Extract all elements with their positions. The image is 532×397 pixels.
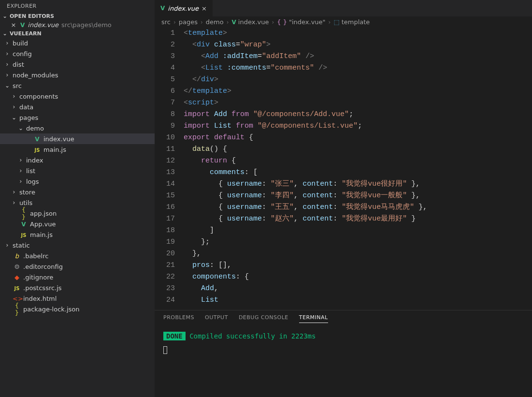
chevron-right-icon: › (4, 72, 11, 78)
git-icon: ◆ (13, 274, 21, 281)
breadcrumb-item[interactable]: src (161, 18, 171, 26)
tree-item-label: main.js (43, 146, 66, 153)
breadcrumb-item[interactable]: { }"index.vue" (277, 18, 325, 26)
chevron-right-icon: › (17, 178, 24, 185)
file-item[interactable]: JSmain.js (0, 144, 155, 155)
symbol-icon: ⬚ (333, 18, 339, 26)
tree-item-label: components (19, 93, 58, 100)
chevron-right-icon: › (11, 199, 17, 206)
folder-item[interactable]: ⌄src (0, 80, 155, 91)
babel-icon: b (13, 252, 21, 260)
tree-item-label: App.vue (30, 221, 56, 228)
folder-item[interactable]: ›index (0, 155, 155, 165)
bottom-panel: PROBLEMSOUTPUTDEBUG CONSOLETERMINAL DONE… (155, 310, 532, 397)
vue-icon: V (19, 221, 28, 228)
tree-item-label: app.json (30, 210, 57, 217)
editor-tab[interactable]: V index.vue × (155, 0, 213, 16)
open-editor-filename: index.vue (28, 21, 58, 29)
file-item[interactable]: { }package-lock.json (0, 304, 155, 314)
vue-icon: V (33, 135, 42, 143)
tab-filename: index.vue (168, 5, 199, 12)
file-item[interactable]: ⚙.editorconfig (0, 261, 155, 272)
explorer-title: EXPLORER (0, 0, 155, 12)
tree-item-label: index.html (23, 295, 57, 302)
file-tree: ›build›config›dist›node_modules⌄src›comp… (0, 38, 155, 314)
tree-item-label: package-lock.json (23, 306, 80, 313)
panel-tabs: PROBLEMSOUTPUTDEBUG CONSOLETERMINAL (155, 310, 532, 327)
folder-item[interactable]: ›components (0, 91, 155, 102)
folder-item[interactable]: ⌄pages (0, 112, 155, 123)
editor-tabs: V index.vue × (155, 0, 532, 16)
folder-item[interactable]: ›list (0, 165, 155, 176)
folder-item[interactable]: ›data (0, 102, 155, 112)
folder-item[interactable]: ›static (0, 240, 155, 250)
chevron-right-icon: › (11, 93, 17, 100)
file-item[interactable]: VApp.vue (0, 219, 155, 229)
js-icon: JS (33, 146, 42, 153)
file-item[interactable]: JSmain.js (0, 229, 155, 240)
folder-item[interactable]: ›dist (0, 59, 155, 70)
tree-item-label: index (26, 157, 43, 164)
html-icon: <> (13, 295, 21, 302)
tree-item-label: .editorconfig (23, 263, 63, 270)
folder-item[interactable]: ⌄demo (0, 123, 155, 133)
folder-item[interactable]: ›store (0, 187, 155, 197)
vue-icon: V (20, 22, 25, 29)
chevron-right-icon: › (17, 167, 24, 174)
breadcrumb-item[interactable]: pages (179, 18, 198, 26)
vue-icon: V (232, 19, 236, 26)
open-editor-path: src\pages\demo (61, 21, 112, 29)
panel-tab-debug-console[interactable]: DEBUG CONSOLE (239, 314, 288, 323)
folder-item[interactable]: ›build (0, 38, 155, 48)
project-header[interactable]: ⌄ VUELEARN (0, 29, 155, 38)
open-editors-header[interactable]: ⌄ OPEN EDITORS (0, 12, 155, 20)
open-editor-item[interactable]: × V index.vue src\pages\demo (0, 20, 155, 29)
breadcrumb-item[interactable]: ⬚template (333, 18, 370, 26)
file-item[interactable]: { }app.json (0, 208, 155, 219)
panel-tab-problems[interactable]: PROBLEMS (163, 314, 194, 323)
tree-item-label: .gitignore (23, 274, 53, 281)
done-badge: DONE (163, 332, 186, 340)
panel-tab-terminal[interactable]: TERMINAL (299, 314, 328, 323)
line-gutter: 123456789101112131415161718192021222324 (155, 28, 184, 310)
chevron-right-icon: › (11, 189, 17, 195)
explorer-sidebar: EXPLORER ⌄ OPEN EDITORS × V index.vue sr… (0, 0, 155, 397)
chevron-right-icon: › (329, 19, 331, 26)
tree-item-label: logs (26, 178, 39, 185)
chevron-right-icon: › (4, 61, 11, 68)
chevron-right-icon: › (201, 19, 203, 26)
tree-item-label: main.js (30, 231, 53, 238)
open-editors-label: OPEN EDITORS (10, 13, 54, 19)
code-editor[interactable]: 123456789101112131415161718192021222324 … (155, 28, 532, 310)
gear-icon: ⚙ (13, 263, 21, 270)
tree-item-label: node_modules (13, 72, 58, 79)
folder-item[interactable]: ›node_modules (0, 70, 155, 80)
file-item[interactable]: ◆.gitignore (0, 272, 155, 282)
tree-item-label: .postcssrc.js (23, 284, 62, 292)
chevron-down-icon: ⌄ (2, 13, 8, 19)
terminal-output[interactable]: DONE Compiled successfully in 2223ms (155, 327, 532, 397)
file-item[interactable]: b.babelrc (0, 250, 155, 261)
close-icon[interactable]: × (10, 21, 17, 29)
breadcrumb-item[interactable]: Vindex.vue (232, 18, 269, 26)
file-item[interactable]: <>index.html (0, 293, 155, 304)
folder-item[interactable]: ›config (0, 48, 155, 59)
tree-item-label: list (26, 167, 35, 175)
code-content[interactable]: <template> <div class="wrap"> <Add :addI… (184, 28, 532, 310)
close-icon[interactable]: × (201, 5, 207, 12)
file-item[interactable]: Vindex.vue (0, 133, 155, 144)
tree-item-label: src (13, 82, 22, 89)
vue-icon: V (160, 5, 165, 12)
panel-tab-output[interactable]: OUTPUT (205, 314, 228, 323)
chevron-right-icon: › (4, 242, 11, 249)
folder-item[interactable]: ›logs (0, 176, 155, 187)
tree-item-label: utils (19, 199, 32, 206)
chevron-down-icon: ⌄ (17, 125, 24, 132)
json-icon: { } (19, 206, 28, 221)
file-item[interactable]: JS.postcssrc.js (0, 282, 155, 293)
tree-item-label: demo (26, 125, 44, 132)
breadcrumb-item[interactable]: demo (206, 18, 224, 26)
js-icon: JS (13, 284, 21, 292)
breadcrumb[interactable]: src › pages › demo › Vindex.vue › { }"in… (155, 16, 532, 28)
tree-item-label: index.vue (43, 135, 74, 143)
